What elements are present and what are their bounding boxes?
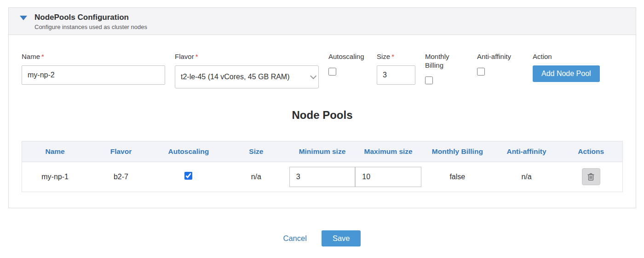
table-header-row: Name Flavor Autoscaling Size Minimum siz… <box>22 141 623 162</box>
flavor-label: Flavor* <box>175 53 319 61</box>
panel-title: NodePools Configuration <box>34 13 147 22</box>
name-label-text: Name <box>22 53 40 60</box>
name-input[interactable] <box>22 65 165 85</box>
anti-affinity-field-group: Anti-affinity <box>477 53 523 76</box>
nodepools-panel: NodePools Configuration Configure instan… <box>8 7 636 208</box>
row-size-cell: n/a <box>223 162 289 192</box>
autoscaling-checkbox[interactable] <box>328 68 336 76</box>
node-pools-table: Name Flavor Autoscaling Size Minimum siz… <box>22 141 623 192</box>
trash-icon <box>587 173 595 181</box>
row-flavor-cell: b2-7 <box>88 162 154 192</box>
flavor-label-text: Flavor <box>175 53 194 60</box>
monthly-billing-checkbox[interactable] <box>425 76 433 84</box>
col-header-autoscaling: Autoscaling <box>154 141 223 162</box>
flavor-selected-value: t2-le-45 (14 vCores, 45 GB RAM) <box>181 73 290 81</box>
autoscaling-label: Autoscaling <box>328 53 367 61</box>
panel-header-text: NodePools Configuration Configure instan… <box>34 13 147 30</box>
delete-row-button[interactable] <box>582 168 600 185</box>
col-header-maximum-size: Maximum size <box>355 141 421 162</box>
row-autoscaling-checkbox[interactable] <box>184 172 192 180</box>
col-header-anti-affinity: Anti-affinity <box>494 141 560 162</box>
cancel-button[interactable]: Cancel <box>283 234 307 243</box>
panel-header: NodePools Configuration Configure instan… <box>9 8 636 35</box>
autoscaling-field-group: Autoscaling <box>328 53 367 76</box>
name-field-group: Name* <box>22 53 165 85</box>
size-required-asterisk: * <box>391 53 394 60</box>
row-name-cell: my-np-1 <box>22 162 88 192</box>
col-header-flavor: Flavor <box>88 141 154 162</box>
panel-body: Name* Flavor* t2-le-45 (14 vCores, 45 GB… <box>9 35 636 208</box>
flavor-field-group: Flavor* t2-le-45 (14 vCores, 45 GB RAM) <box>175 53 319 88</box>
table-row: my-np-1 b2-7 n/a false n/a <box>22 162 623 192</box>
flavor-select[interactable]: t2-le-45 (14 vCores, 45 GB RAM) <box>175 65 319 88</box>
action-field-group: Action Add Node Pool <box>533 53 623 82</box>
name-label: Name* <box>22 53 165 61</box>
footer-actions: Cancel Save <box>0 230 644 246</box>
row-max-size-cell <box>355 162 421 192</box>
add-node-pool-button[interactable]: Add Node Pool <box>533 65 600 82</box>
col-header-name: Name <box>22 141 88 162</box>
size-label: Size* <box>377 53 415 61</box>
nodepool-form: Name* Flavor* t2-le-45 (14 vCores, 45 GB… <box>22 53 623 88</box>
action-label: Action <box>533 53 623 61</box>
row-max-size-input[interactable] <box>355 167 421 187</box>
row-actions-cell <box>559 162 622 192</box>
col-header-size: Size <box>223 141 289 162</box>
collapse-triangle-icon[interactable] <box>20 16 27 20</box>
name-required-asterisk: * <box>41 53 44 60</box>
panel-subtitle: Configure instances used as cluster node… <box>34 23 147 30</box>
row-min-size-cell <box>289 162 356 192</box>
col-header-minimum-size: Minimum size <box>289 141 356 162</box>
anti-affinity-checkbox[interactable] <box>477 68 485 76</box>
size-field-group: Size* <box>377 53 415 85</box>
row-anti-affinity-cell: n/a <box>494 162 560 192</box>
node-pools-heading: Node Pools <box>22 109 623 122</box>
row-monthly-billing-cell: false <box>421 162 494 192</box>
col-header-monthly-billing: Monthly Billing <box>421 141 494 162</box>
size-input[interactable] <box>377 65 415 85</box>
row-autoscaling-cell <box>154 162 223 192</box>
flavor-required-asterisk: * <box>196 53 198 60</box>
chevron-down-icon <box>310 73 316 79</box>
monthly-billing-label: Monthly Billing <box>425 53 467 70</box>
size-label-text: Size <box>377 53 390 60</box>
anti-affinity-label: Anti-affinity <box>477 53 523 61</box>
row-min-size-input[interactable] <box>289 167 356 187</box>
monthly-billing-field-group: Monthly Billing <box>425 53 467 84</box>
col-header-actions: Actions <box>559 141 622 162</box>
save-button[interactable]: Save <box>322 230 361 246</box>
